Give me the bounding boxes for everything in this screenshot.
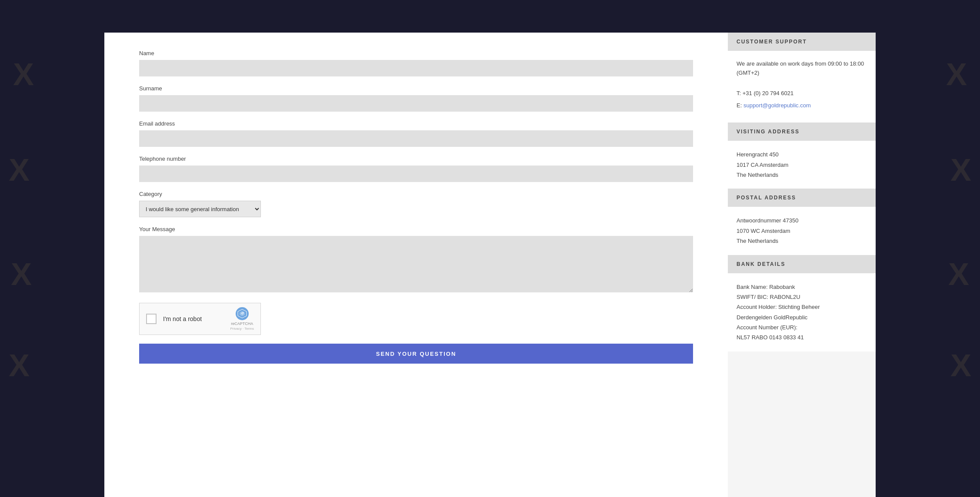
email-link[interactable]: support@goldrepublic.com bbox=[743, 102, 811, 109]
surname-input[interactable] bbox=[139, 95, 693, 112]
bank-details-section: BANK DETAILS Bank Name: Rabobank SWIFT/ … bbox=[728, 255, 876, 351]
recaptcha-widget[interactable]: I'm not a robot ↺ reCAPTCHA Privacy · Te… bbox=[139, 303, 261, 335]
left-bg bbox=[0, 0, 104, 497]
recaptcha-checkbox[interactable] bbox=[146, 314, 157, 324]
telephone-field-group: Telephone number bbox=[139, 156, 693, 182]
visiting-address-section: VISITING ADDRESS Herengracht 450 1017 CA… bbox=[728, 123, 876, 189]
bank-details-content: Bank Name: Rabobank SWIFT/ BIC: RABONL2U… bbox=[728, 273, 876, 351]
postal-address-content: Antwoordnummer 47350 1070 WC Amsterdam T… bbox=[728, 207, 876, 255]
email-label: E: bbox=[737, 102, 742, 109]
sidebar: CUSTOMER SUPPORT We are available on wor… bbox=[728, 33, 876, 497]
message-textarea[interactable] bbox=[139, 236, 693, 292]
right-bg bbox=[876, 0, 980, 497]
bank-name: Bank Name: Rabobank bbox=[737, 282, 867, 292]
postal-line3: The Netherlands bbox=[737, 236, 867, 246]
customer-support-header: CUSTOMER SUPPORT bbox=[728, 33, 876, 51]
category-select[interactable]: I would like some general information Ac… bbox=[139, 201, 261, 217]
account-holder: Account Holder: Stichting Beheer bbox=[737, 302, 867, 312]
customer-support-section: CUSTOMER SUPPORT We are available on wor… bbox=[728, 33, 876, 123]
customer-support-content: We are available on work days from 09:00… bbox=[728, 51, 876, 123]
surname-field-group: Surname bbox=[139, 85, 693, 112]
postal-line1: Antwoordnummer 47350 bbox=[737, 215, 867, 225]
recaptcha-label: I'm not a robot bbox=[163, 315, 223, 322]
submit-button[interactable]: SEND YOUR QUESTION bbox=[139, 344, 693, 364]
svg-text:↺: ↺ bbox=[240, 311, 243, 315]
top-bar bbox=[0, 0, 980, 33]
recaptcha-logo-icon: ↺ bbox=[235, 307, 249, 321]
form-section: Name Surname Email address Telephone num… bbox=[104, 33, 728, 497]
recaptcha-brand-text: reCAPTCHA Privacy · Terms bbox=[230, 321, 254, 331]
email-label: Email address bbox=[139, 120, 693, 127]
category-field-group: Category I would like some general infor… bbox=[139, 191, 693, 217]
account-number: NL57 RABO 0143 0833 41 bbox=[737, 332, 867, 342]
main-container: Name Surname Email address Telephone num… bbox=[104, 33, 876, 497]
availability-text: We are available on work days from 09:00… bbox=[737, 60, 867, 78]
category-label: Category bbox=[139, 191, 693, 197]
telephone-label: Telephone number bbox=[139, 156, 693, 162]
phone-number: +31 (0) 20 794 6021 bbox=[743, 90, 793, 96]
phone-label: T: bbox=[737, 90, 741, 96]
visiting-address-content: Herengracht 450 1017 CA Amsterdam The Ne… bbox=[728, 141, 876, 189]
email-line: E: support@goldrepublic.com bbox=[737, 101, 867, 110]
visiting-line3: The Netherlands bbox=[737, 170, 867, 180]
company-name: Derdengelden GoldRepublic bbox=[737, 312, 867, 322]
name-input[interactable] bbox=[139, 60, 693, 76]
email-field-group: Email address bbox=[139, 120, 693, 147]
telephone-input[interactable] bbox=[139, 166, 693, 182]
surname-label: Surname bbox=[139, 85, 693, 92]
name-label: Name bbox=[139, 50, 693, 56]
email-input[interactable] bbox=[139, 130, 693, 147]
visiting-address-header: VISITING ADDRESS bbox=[728, 123, 876, 141]
postal-address-section: POSTAL ADDRESS Antwoordnummer 47350 1070… bbox=[728, 189, 876, 255]
bank-details-header: BANK DETAILS bbox=[728, 255, 876, 273]
phone-line: T: +31 (0) 20 794 6021 bbox=[737, 89, 867, 98]
postal-line2: 1070 WC Amsterdam bbox=[737, 226, 867, 236]
message-label: Your Message bbox=[139, 226, 693, 232]
visiting-line1: Herengracht 450 bbox=[737, 149, 867, 159]
recaptcha-brand-area: ↺ reCAPTCHA Privacy · Terms bbox=[230, 307, 254, 331]
swift-bic: SWIFT/ BIC: RABONL2U bbox=[737, 292, 867, 302]
account-number-label: Account Number (EUR): bbox=[737, 322, 867, 332]
message-field-group: Your Message bbox=[139, 226, 693, 294]
visiting-line2: 1017 CA Amsterdam bbox=[737, 160, 867, 170]
postal-address-header: POSTAL ADDRESS bbox=[728, 189, 876, 207]
name-field-group: Name bbox=[139, 50, 693, 76]
